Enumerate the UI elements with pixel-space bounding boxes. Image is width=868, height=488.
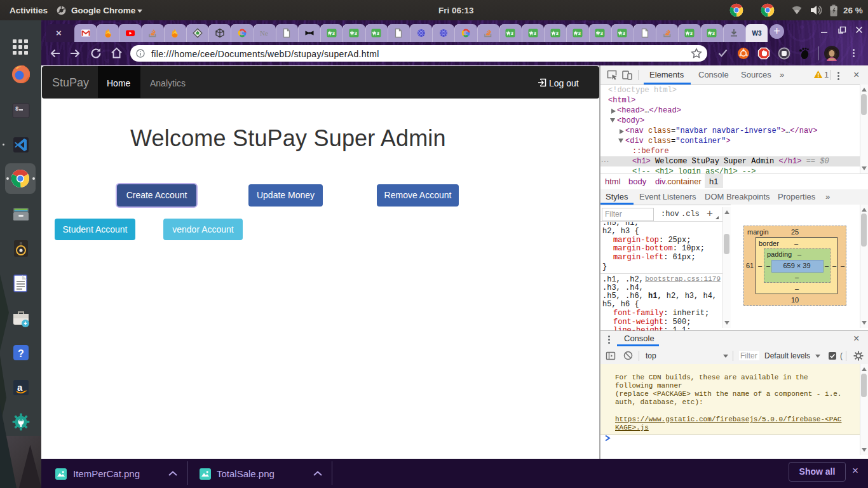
svg-text:?: ? <box>18 348 24 359</box>
svg-text:Ne: Ne <box>260 29 268 37</box>
svg-text:3: 3 <box>623 30 626 36</box>
svg-text:a: a <box>17 382 23 393</box>
svg-text:3: 3 <box>578 30 581 36</box>
svg-text:W3: W3 <box>752 30 761 37</box>
svg-text:3: 3 <box>712 30 715 36</box>
svg-text:3: 3 <box>600 30 604 36</box>
svg-text:$: $ <box>15 106 19 112</box>
svg-text:3: 3 <box>355 30 358 36</box>
svg-text:3: 3 <box>377 30 380 36</box>
svg-text:3: 3 <box>690 30 693 36</box>
svg-text:3: 3 <box>332 30 335 36</box>
svg-text:3: 3 <box>511 30 514 36</box>
svg-text:3: 3 <box>533 30 536 36</box>
svg-text:3: 3 <box>555 30 559 36</box>
